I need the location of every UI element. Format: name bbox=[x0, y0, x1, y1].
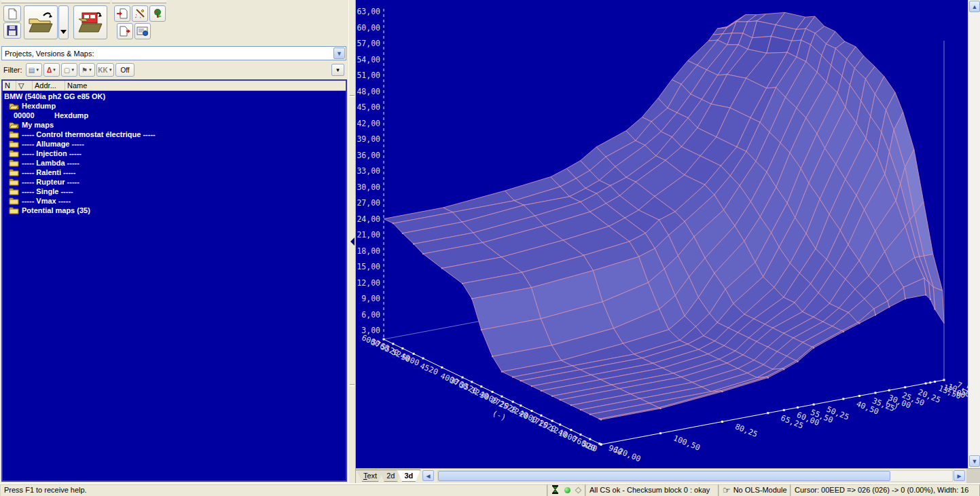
project-tree[interactable]: BMW (540ia ph2 GG e85 OK)Hexdump00000Hex… bbox=[3, 92, 346, 480]
tree-item[interactable]: 00000Hexdump bbox=[3, 111, 346, 120]
scroll-up-button[interactable]: ▲ bbox=[969, 1, 980, 12]
scrollbar-corner bbox=[966, 469, 980, 484]
caret-down-icon: ▼ bbox=[71, 68, 75, 72]
tree-item[interactable]: ----- Lambda ----- bbox=[3, 158, 346, 168]
tree-item-label: Hexdump bbox=[22, 102, 56, 110]
new-page-icon bbox=[7, 8, 18, 20]
tree-item[interactable]: ----- Injection ----- bbox=[3, 149, 346, 158]
tab-scroll-left-button[interactable]: ◄ bbox=[422, 470, 434, 481]
folder-icon bbox=[9, 178, 20, 186]
view-tabstrip: Text2d3d ◄ ► bbox=[356, 468, 980, 483]
winols-window: Projects, Versions & Maps: ▼ Filter: ▤▼ … bbox=[0, 0, 980, 496]
dropdown-arrow-icon bbox=[60, 30, 67, 34]
folder-icon bbox=[9, 140, 20, 148]
horizontal-scrollbar[interactable] bbox=[437, 470, 953, 482]
tree-item-label: ----- Control thermostat électrique ----… bbox=[22, 130, 156, 138]
filter-selection-button[interactable]: ▢▼ bbox=[61, 63, 77, 77]
tree-item-label: ----- Ralenti ----- bbox=[22, 168, 75, 176]
status-module-text: No OLS-Module bbox=[733, 486, 787, 494]
open-project-dropdown[interactable] bbox=[58, 5, 69, 39]
svg-text:27,00: 27,00 bbox=[357, 198, 380, 208]
projects-combo[interactable]: Projects, Versions & Maps: ▼ bbox=[1, 46, 346, 60]
tree-item[interactable]: ----- Ralenti ----- bbox=[3, 168, 346, 177]
column-header-sort[interactable]: ▽ bbox=[16, 81, 33, 90]
toolbar-grip[interactable] bbox=[1, 1, 110, 3]
import-maps-button[interactable] bbox=[73, 5, 107, 39]
tree-item-label: ----- Rupteur ----- bbox=[22, 178, 79, 186]
svg-text:18,00: 18,00 bbox=[357, 246, 380, 256]
filter-type-button[interactable]: Δ▼ bbox=[43, 63, 60, 77]
svg-text:15,00: 15,00 bbox=[357, 262, 380, 271]
tab-3d[interactable]: 3d bbox=[397, 470, 420, 482]
column-header-addr[interactable]: Addr... bbox=[33, 81, 65, 90]
save-project-button[interactable] bbox=[3, 22, 21, 39]
tree-item[interactable]: ----- Allumage ----- bbox=[3, 139, 346, 149]
filter-kk-button[interactable]: KK▼ bbox=[96, 63, 114, 77]
toolbar-grip-2[interactable] bbox=[112, 1, 166, 3]
tree-item[interactable]: Potential maps (35) bbox=[3, 206, 346, 215]
column-header-name[interactable]: Name bbox=[65, 81, 346, 90]
project-update-button[interactable] bbox=[149, 5, 166, 22]
svg-text:42,00: 42,00 bbox=[357, 119, 380, 128]
open-folder-icon bbox=[9, 102, 20, 110]
dropdown-arrow-icon: ▼ bbox=[335, 67, 341, 73]
scroll-down-button[interactable]: ▼ bbox=[969, 455, 980, 467]
svg-text:120,00: 120,00 bbox=[613, 444, 642, 464]
open-project-button[interactable] bbox=[24, 5, 58, 39]
tree-item-label: ----- Vmax ----- bbox=[22, 197, 71, 205]
hscroll-thumb[interactable] bbox=[438, 471, 890, 481]
list-header: N ▽ Addr... Name bbox=[3, 81, 346, 91]
tree-item-label: ----- Lambda ----- bbox=[22, 159, 79, 167]
flag-icon: ⚑ bbox=[81, 66, 88, 74]
project-pane: Projects, Versions & Maps: ▼ Filter: ▤▼ … bbox=[0, 0, 348, 483]
new-project-button[interactable] bbox=[3, 5, 21, 22]
filter-off-button[interactable]: Off bbox=[115, 63, 134, 77]
pane-splitter[interactable] bbox=[348, 0, 356, 483]
chevron-right-icon: ► bbox=[956, 472, 963, 480]
tab-scroll-right-button[interactable]: ► bbox=[954, 470, 965, 481]
combo-dropdown-button[interactable]: ▼ bbox=[333, 47, 345, 59]
tree-item-label: ----- Allumage ----- bbox=[22, 140, 84, 148]
red-triangle-icon: Δ bbox=[47, 66, 52, 74]
map-3d-view[interactable]: 3,006,009,0012,0015,0018,0021,0024,0027,… bbox=[356, 0, 968, 468]
status-bar: Press F1 to receive help. All CS ok - Ch… bbox=[0, 483, 980, 496]
svg-text:9,00: 9,00 bbox=[361, 294, 380, 303]
tree-item[interactable]: BMW (540ia ph2 GG e85 OK) bbox=[3, 92, 346, 101]
map-view-pane: 3,006,009,0012,0015,0018,0021,0024,0027,… bbox=[356, 0, 980, 483]
tree-globe-icon bbox=[151, 8, 164, 19]
status-ok-ball-icon bbox=[564, 487, 570, 493]
selection-box-icon: ▢ bbox=[64, 66, 70, 74]
surface-plot[interactable]: 3,006,009,0012,0015,0018,0021,0024,0027,… bbox=[356, 0, 968, 468]
caret-down-icon: ▼ bbox=[109, 68, 113, 72]
svg-text:54,00: 54,00 bbox=[357, 55, 380, 64]
folder-icon bbox=[9, 149, 20, 157]
open-folder-icon bbox=[9, 121, 20, 129]
svg-text:48,00: 48,00 bbox=[357, 87, 380, 96]
svg-text:100,50: 100,50 bbox=[672, 433, 702, 453]
export-file-button[interactable] bbox=[117, 23, 133, 39]
svg-text:5000: 5000 bbox=[400, 351, 421, 367]
tree-item[interactable]: ----- Vmax ----- bbox=[3, 196, 346, 206]
off-label: Off bbox=[120, 66, 129, 74]
tree-item[interactable]: ----- Single ----- bbox=[3, 187, 346, 196]
import-page-icon bbox=[116, 8, 128, 19]
magic-wand-icon bbox=[134, 8, 146, 19]
map-wizard-button[interactable] bbox=[132, 5, 148, 22]
collapse-left-icon[interactable] bbox=[350, 237, 355, 246]
svg-text:12,00: 12,00 bbox=[357, 278, 380, 288]
vertical-scrollbar[interactable]: ▲ ▼ bbox=[968, 0, 980, 468]
import-file-button[interactable] bbox=[114, 5, 130, 22]
tree-item[interactable]: Hexdump bbox=[3, 101, 346, 111]
project-properties-button[interactable] bbox=[134, 23, 151, 39]
tree-item[interactable]: My maps bbox=[3, 120, 346, 130]
status-indicators bbox=[547, 484, 585, 496]
column-header-n[interactable]: N bbox=[3, 81, 16, 90]
tree-item[interactable]: ----- Control thermostat électrique ----… bbox=[3, 130, 346, 139]
tree-item[interactable]: ----- Rupteur ----- bbox=[3, 177, 346, 187]
chevron-down-icon: ▼ bbox=[972, 458, 978, 465]
filter-maps-button[interactable]: ▤▼ bbox=[26, 63, 42, 77]
kk-label: KK bbox=[98, 66, 107, 74]
status-checksum: All CS ok - Checksum block 0 : okay bbox=[585, 484, 719, 496]
filter-flag-button[interactable]: ⚑▼ bbox=[79, 63, 95, 77]
filter-dropdown-button[interactable]: ▼ bbox=[331, 64, 344, 76]
